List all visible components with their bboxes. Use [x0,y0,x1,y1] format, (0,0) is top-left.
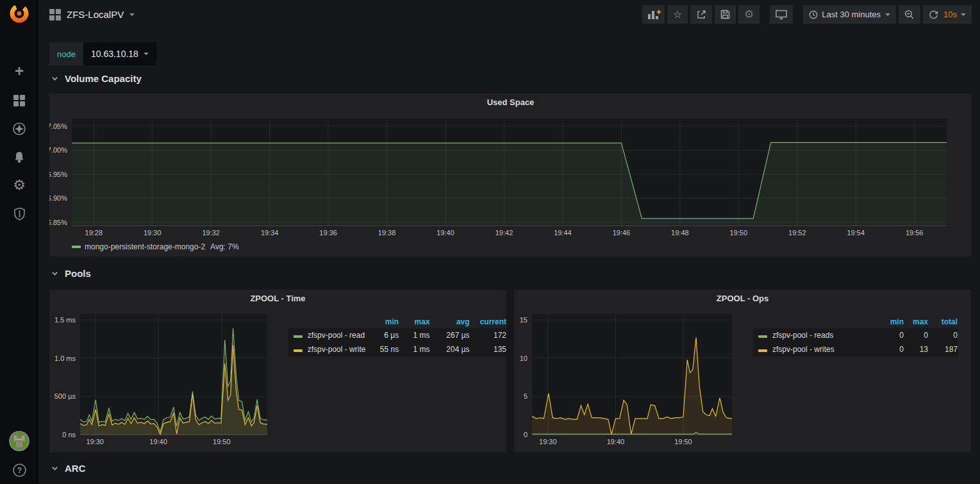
section-arc[interactable]: ARC [51,463,86,474]
svg-text:6.95%: 6.95% [49,171,67,178]
configuration-gear-icon[interactable]: ⚙ [0,174,38,196]
legend-header-row: min max avg current [288,315,506,328]
section-volume-capacity[interactable]: Volume Capacity [51,73,142,84]
svg-text:19:54: 19:54 [847,229,865,237]
svg-text:19:40: 19:40 [436,229,454,237]
time-range-label: Last 30 minutes [822,10,881,19]
share-dashboard-button[interactable] [690,5,712,24]
dashboard-settings-button[interactable]: ⚙ [738,5,760,24]
series-name[interactable]: mongo-persistent-storage-mongo-2 [85,242,205,251]
svg-text:0 ns: 0 ns [62,431,76,438]
star-dashboard-button[interactable]: ☆ [667,5,688,24]
svg-text:500 µs: 500 µs [54,392,76,400]
clock-icon [809,10,818,19]
refresh-icon [929,10,938,19]
series-name[interactable]: zfspv-pool - write [303,342,371,356]
server-admin-shield-icon[interactable] [0,203,38,224]
refresh-interval-label: 10s [943,10,957,19]
refresh-picker[interactable]: 10s [923,5,972,24]
series-name[interactable]: zfspv-pool - read [303,328,371,342]
svg-text:?: ? [17,466,21,475]
dashboard-title-menu[interactable]: ZFS-LocalPV [49,9,135,21]
series-swatch [294,349,303,352]
svg-text:19:30: 19:30 [86,438,104,446]
legend-row-reads: zfspv-pool - reads 0 0 0 [753,328,958,342]
time-range-picker[interactable]: Last 30 minutes [803,5,896,24]
sidebar: + ⚙ ? [0,0,38,484]
section-pools[interactable]: Pools [51,268,91,279]
panel-title-used-space[interactable]: Used Space [49,94,972,110]
add-panel-icon: + [648,10,659,19]
chevron-down-icon [961,13,966,16]
share-icon [696,10,706,20]
dashboards-icon[interactable] [0,90,38,112]
svg-text:7.05%: 7.05% [49,122,67,130]
used-space-chart[interactable]: 6.85%6.90%6.95%7.00%7.05%19:2819:3019:32… [49,110,972,241]
create-icon[interactable]: + [0,60,38,82]
chevron-down-icon [51,270,58,277]
svg-text:6.85%: 6.85% [49,219,67,226]
chevron-down-icon [51,75,58,82]
series-name[interactable]: zfspv-pool - writes [767,342,872,356]
series-name[interactable]: zfspv-pool - reads [767,328,872,342]
panel-zpool-ops: ZPOOL - Ops 05101519:3019:4019:50 min ma… [514,290,971,453]
chevron-down-icon [144,53,149,55]
svg-text:19:50: 19:50 [213,438,231,446]
zpool-ops-legend-table: min max total zfspv-pool - reads 0 0 0 z… [753,315,958,356]
legend-row-writes: zfspv-pool - writes 0 13 187 [753,342,958,356]
grafana-logo[interactable] [8,3,30,24]
help-icon[interactable]: ? [0,459,38,481]
save-icon [720,10,730,19]
star-icon: ☆ [673,8,682,21]
svg-text:19:50: 19:50 [674,438,692,446]
gear-icon: ⚙ [744,8,754,21]
chevron-down-icon [885,13,890,16]
svg-text:19:38: 19:38 [378,229,396,237]
legend-header-row: min max total [753,315,958,328]
svg-text:19:56: 19:56 [906,229,924,237]
series-avg-stat: Avg: 7% [210,242,238,251]
monitor-icon [776,10,787,20]
svg-text:15: 15 [520,316,527,324]
chevron-down-icon [129,13,135,16]
used-space-legend: mongo-persistent-storage-mongo-2 Avg: 7% [72,242,239,251]
dashboard-title: ZFS-LocalPV [67,9,124,20]
panel-title-zpool-time[interactable]: ZPOOL - Time [49,290,506,306]
legend-row-write: zfspv-pool - write 55 ns 1 ms 204 µs 135 [288,342,506,356]
svg-text:0: 0 [524,431,527,438]
top-navbar: ZFS-LocalPV + ☆ ⚙ Last 30 minutes [38,0,980,29]
svg-text:7.00%: 7.00% [49,146,67,154]
alerting-bell-icon[interactable] [0,146,38,168]
series-swatch [72,246,81,248]
user-avatar[interactable] [0,430,38,452]
panel-title-zpool-ops[interactable]: ZPOOL - Ops [514,290,971,306]
zoom-out-time-button[interactable] [899,5,920,24]
panel-used-space: Used Space 6.85%6.90%6.95%7.00%7.05%19:2… [49,94,972,256]
svg-text:10: 10 [520,355,527,362]
svg-text:19:46: 19:46 [613,229,631,237]
series-swatch [294,335,303,338]
svg-text:19:42: 19:42 [495,229,513,237]
variable-node-label: node [49,42,83,65]
explore-compass-icon[interactable] [0,118,38,140]
chevron-down-icon [51,465,58,472]
svg-text:19:28: 19:28 [85,229,103,237]
svg-text:19:34: 19:34 [261,229,279,237]
legend-row-read: zfspv-pool - read 6 µs 1 ms 267 µs 172 [288,328,506,342]
svg-text:19:32: 19:32 [202,229,220,237]
svg-text:19:52: 19:52 [788,229,806,237]
cycle-view-mode-button[interactable] [770,5,793,24]
svg-text:5: 5 [524,392,527,400]
svg-text:19:40: 19:40 [607,438,625,446]
variable-node-picker[interactable]: node 10.63.10.18 [49,42,156,65]
save-dashboard-button[interactable] [715,5,736,24]
add-panel-button[interactable]: + [642,5,665,24]
panel-zpool-time: ZPOOL - Time 0 ns500 µs1.0 ms1.5 ms19:30… [49,290,506,453]
series-swatch [758,335,767,338]
svg-text:19:48: 19:48 [671,229,689,237]
svg-text:19:50: 19:50 [730,229,748,237]
svg-text:19:40: 19:40 [149,438,167,446]
dashboard-grid-icon [49,9,61,21]
variable-node-value[interactable]: 10.63.10.18 [83,42,156,65]
svg-text:19:30: 19:30 [539,438,557,446]
